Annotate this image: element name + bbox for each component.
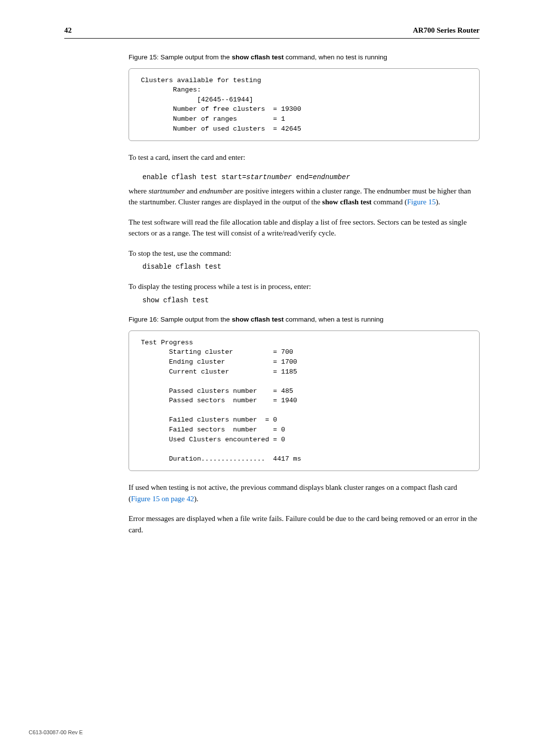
fig15-caption-cmd: show cflash test <box>232 53 284 61</box>
p2e: ). <box>436 198 440 206</box>
content-area: Figure 15: Sample output from the show c… <box>129 52 480 536</box>
p2-i2: endnumber <box>199 187 233 195</box>
header-title: AR700 Series Router <box>413 25 480 36</box>
para-display-testing: To display the testing process while a t… <box>129 281 480 292</box>
p2a: where <box>129 187 148 195</box>
p2-bold: show cflash test <box>322 198 372 206</box>
page-header: 42 AR700 Series Router <box>64 25 480 39</box>
cmd-enable-cflash: enable cflash test start=startnumber end… <box>142 172 480 183</box>
para-where-startnumber: where startnumber and endnumber are posi… <box>129 186 480 208</box>
cmd-disable-cflash: disable cflash test <box>142 262 480 272</box>
cmd1-endnumber: endnumber <box>312 173 350 181</box>
fig15-caption-pre: Figure 15: Sample output from the <box>129 53 232 61</box>
fig15-caption-post: command, when no test is running <box>284 53 387 61</box>
figure16-caption: Figure 16: Sample output from the show c… <box>129 315 480 325</box>
cmd1-pre: enable cflash test start= <box>142 173 246 181</box>
p2d: command ( <box>372 198 407 206</box>
footer-rev: C613-03087-00 Rev E <box>29 728 83 737</box>
cmd-show-cflash: show cflash test <box>142 295 480 306</box>
figure16-output: Test Progress Starting cluster = 700 End… <box>129 331 480 471</box>
figure15-link[interactable]: Figure 15 <box>407 198 436 206</box>
para-error-messages: Error messages are displayed when a file… <box>129 513 480 535</box>
page: 42 AR700 Series Router Figure 15: Sample… <box>0 0 534 559</box>
para-test-card: To test a card, insert the card and ente… <box>129 152 480 163</box>
cmd1-startnumber: startnumber <box>246 173 292 181</box>
fig16-caption-post: command, when a test is running <box>284 316 384 323</box>
p2b: and <box>185 187 199 195</box>
para-test-software: The test software will read the file all… <box>129 217 480 239</box>
figure15-link-2[interactable]: Figure 15 on page 42 <box>131 495 194 503</box>
figure15-output: Clusters available for testing Ranges: [… <box>129 68 480 141</box>
fig16-caption-pre: Figure 16: Sample output from the <box>129 316 232 323</box>
p2-i1: startnumber <box>148 187 184 195</box>
para-stop-test: To stop the test, use the command: <box>129 248 480 259</box>
fig16-caption-cmd: show cflash test <box>232 316 284 323</box>
figure15-caption: Figure 15: Sample output from the show c… <box>129 52 480 62</box>
para-if-used: If used when testing is not active, the … <box>129 482 480 504</box>
page-number: 42 <box>64 25 72 36</box>
cmd1-mid: end= <box>292 173 312 181</box>
p6b: ). <box>194 495 198 503</box>
